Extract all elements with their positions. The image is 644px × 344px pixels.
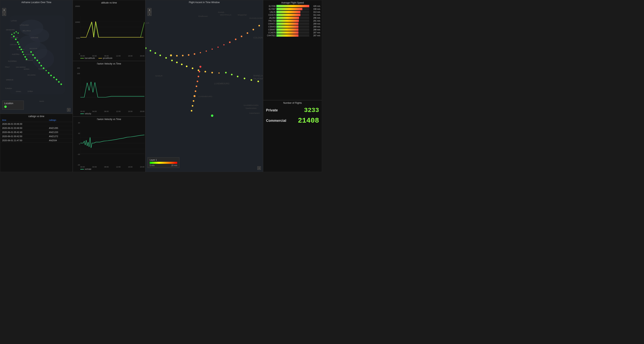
bar-track	[276, 28, 309, 31]
zoom-in-right[interactable]: +	[148, 8, 152, 12]
col-time: time	[0, 118, 47, 122]
svg-text:RHINE-WESTPHALIA: RHINE-WESTPHALIA	[146, 22, 149, 24]
svg-point-33	[17, 41, 18, 43]
map-right-svg: RHINE-WESTPHALIA Eindhoven RHINE- WESTPH…	[146, 0, 263, 172]
bar-fill	[276, 14, 300, 16]
bar-fill	[276, 31, 298, 34]
svg-text:NAMUR: NAMUR	[156, 75, 163, 77]
map-right: Flight Ascent in Time Window RHINE-WESTP…	[146, 0, 263, 172]
table-row: 2020-06-01 00:42:50 ANZ1272	[0, 134, 72, 139]
vertrate-yaxis: 20 10 0 -10 -20	[73, 121, 80, 167]
svg-point-123	[165, 57, 167, 59]
svg-text:CZECHIA: CZECHIA	[10, 44, 17, 45]
zoom-out-left[interactable]: -	[2, 12, 6, 16]
svg-point-50	[50, 75, 52, 76]
bar-fill	[276, 34, 298, 37]
layer-legend: Layer 1 5 m/s 20 m/s	[148, 157, 179, 168]
svg-point-144	[225, 72, 227, 73]
svg-text:Kaiserlautern: Kaiserlautern	[249, 112, 260, 114]
bar-chart-title: Average Flight Speed	[263, 0, 322, 4]
svg-point-132	[218, 72, 220, 74]
svg-point-56	[14, 32, 15, 33]
map-zoom-right[interactable]: + -	[148, 8, 152, 16]
location-box: Location	[2, 101, 24, 110]
svg-point-40	[26, 58, 27, 60]
cell-time: 2020-06-01 21:47:50	[0, 139, 47, 143]
bar-track	[276, 8, 309, 10]
bar-value: 289 m/s	[310, 26, 320, 28]
bar-row: CSN443 289 m/s	[265, 25, 320, 28]
charts-column: altitude vs time 15000 10000 5000 0	[73, 0, 146, 172]
bar-row: CSN447 288 m/s	[265, 28, 320, 31]
bar-fill	[276, 25, 298, 28]
layer-title: Layer 1	[150, 159, 177, 161]
map-zoom-left[interactable]: + -	[2, 8, 6, 16]
bar-row: CES570 311 m/s	[265, 14, 320, 16]
bar-label: CSN447	[265, 29, 276, 31]
svg-point-117	[176, 55, 178, 56]
svg-text:Saarbrücken: Saarbrücken	[246, 107, 257, 109]
cell-time: 2020-06-01 05:42:40	[0, 130, 47, 134]
svg-text:TUNISIA: TUNISIA	[5, 87, 12, 89]
svg-point-32	[15, 38, 16, 40]
table-title: callsign vs time	[0, 114, 72, 118]
svg-point-145	[231, 74, 232, 75]
num-rows: Private 3233 Commercial 21408	[263, 105, 322, 172]
svg-text:ISRAEL: ISRAEL	[16, 91, 22, 92]
altitude-svg	[80, 4, 144, 53]
svg-text:LUXEMBOURG: LUXEMBOURG	[214, 82, 230, 85]
svg-point-121	[154, 52, 156, 54]
bar-track	[276, 22, 309, 25]
info-button-right[interactable]: i	[257, 166, 261, 170]
cell-time: 2020-06-01 03:46:30	[0, 122, 47, 126]
zoom-out-right[interactable]: -	[148, 12, 152, 16]
svg-text:POLAND: POLAND	[11, 37, 18, 39]
bar-row: JAL860 296 m/s	[265, 17, 320, 19]
svg-text:SLOVENIA: SLOVENIA	[8, 60, 17, 62]
vertrate-svg	[80, 121, 144, 165]
vertrate-xaxis: 00:0004:0008:0012:0016:0020:00	[80, 166, 144, 168]
svg-point-42	[32, 54, 34, 56]
svg-point-45	[38, 62, 40, 64]
bar-track	[276, 31, 309, 34]
svg-point-38	[23, 54, 24, 55]
svg-point-143	[191, 110, 192, 112]
zoom-in-left[interactable]: +	[2, 8, 6, 12]
svg-text:COLOGNE: COLOGNE	[253, 36, 263, 39]
svg-point-122	[160, 54, 161, 56]
stats-panel: Average Flight Speed ELY096 426 m/s ELY0…	[263, 0, 322, 172]
svg-point-107	[235, 39, 236, 40]
svg-point-124	[171, 60, 173, 61]
svg-point-111	[212, 48, 213, 50]
bar-value: 289 m/s	[310, 23, 320, 25]
svg-point-104	[252, 29, 254, 30]
bar-fill	[276, 17, 299, 19]
svg-point-110	[218, 46, 219, 48]
bar-value: 311 m/s	[310, 14, 320, 16]
svg-rect-72	[146, 0, 263, 172]
table-row: 2020-06-01 05:42:40 ANZ1220	[0, 130, 72, 134]
data-table: time callsign 2020-06-01 03:46:30 2020-0…	[0, 118, 72, 143]
altitude-title: altitude vs time	[73, 0, 145, 4]
vertrate-chart: l'avion Velocity vs Time 20 10 0 -10 -20	[73, 117, 146, 172]
bar-row: CHH471 289 m/s	[265, 22, 320, 25]
svg-point-125	[176, 62, 178, 63]
info-button-left[interactable]: i	[67, 108, 70, 112]
map-left-svg: LATVIA LITHUANIA DENMARK BELARUS POLAND …	[0, 0, 72, 114]
svg-text:UKRAINE: UKRAINE	[30, 37, 38, 39]
svg-point-147	[244, 78, 246, 79]
svg-point-141	[193, 100, 194, 102]
svg-point-134	[200, 66, 201, 68]
svg-text:RHINE-: RHINE-	[218, 11, 225, 13]
svg-point-120	[150, 50, 151, 51]
svg-point-37	[22, 51, 24, 53]
svg-point-43	[34, 57, 36, 59]
bar-track	[276, 5, 309, 7]
bar-label: CES570	[265, 14, 276, 16]
svg-point-109	[224, 44, 224, 45]
bar-fill	[276, 5, 309, 7]
altitude-chart: altitude vs time 15000 10000 5000 0	[73, 0, 146, 61]
svg-point-39	[24, 56, 26, 58]
table-row: 2020-06-01 21:47:50 ANZ934	[0, 139, 72, 143]
svg-point-115	[188, 54, 190, 56]
